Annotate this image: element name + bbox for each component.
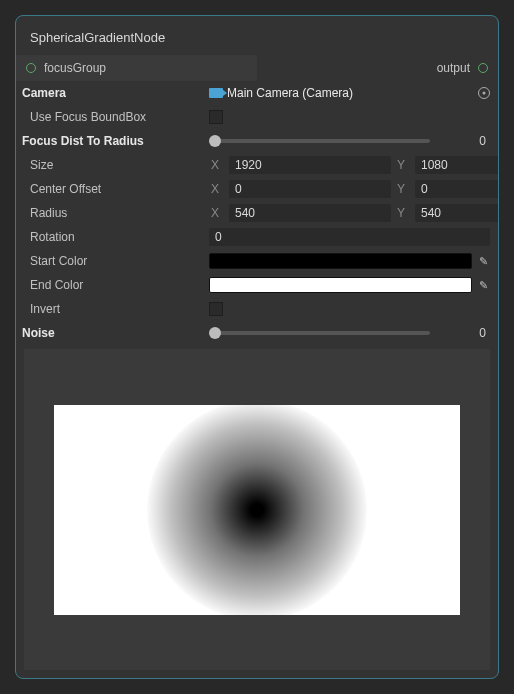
invert-label: Invert xyxy=(16,302,209,316)
port-dot-icon xyxy=(26,63,36,73)
preview-canvas xyxy=(54,405,460,615)
use-bbox-row: Use Focus BoundBox xyxy=(16,105,490,129)
axis-x-label: X xyxy=(209,206,225,220)
camera-field[interactable]: Main Camera (Camera) xyxy=(209,86,490,100)
noise-label: Noise xyxy=(16,326,209,340)
use-bbox-label: Use Focus BoundBox xyxy=(16,110,209,124)
camera-icon xyxy=(209,88,223,98)
camera-label: Camera xyxy=(16,86,209,100)
input-port[interactable]: focusGroup xyxy=(16,55,257,81)
output-port-label: output xyxy=(437,61,470,75)
size-y-input[interactable] xyxy=(415,156,499,174)
radius-label: Radius xyxy=(16,206,209,220)
noise-row: Noise 0 xyxy=(16,321,490,345)
gradient-preview-icon xyxy=(147,405,367,615)
object-picker-icon[interactable] xyxy=(478,87,490,99)
focus-dist-value[interactable]: 0 xyxy=(438,134,490,148)
rotation-row: Rotation xyxy=(16,225,490,249)
camera-value: Main Camera (Camera) xyxy=(227,86,474,100)
rotation-input[interactable] xyxy=(209,228,490,246)
end-color-swatch[interactable] xyxy=(209,277,472,293)
slider-handle-icon[interactable] xyxy=(209,135,221,147)
focus-dist-label: Focus Dist To Radius xyxy=(16,134,209,148)
size-label: Size xyxy=(16,158,209,172)
camera-row: Camera Main Camera (Camera) xyxy=(16,81,490,105)
axis-y-label: Y xyxy=(395,206,411,220)
eyedropper-icon[interactable]: ✎ xyxy=(476,278,490,292)
noise-value[interactable]: 0 xyxy=(438,326,490,340)
invert-row: Invert xyxy=(16,297,490,321)
end-color-label: End Color xyxy=(16,278,209,292)
eyedropper-icon[interactable]: ✎ xyxy=(476,254,490,268)
use-bbox-checkbox[interactable] xyxy=(209,110,223,124)
invert-checkbox[interactable] xyxy=(209,302,223,316)
node-panel: SphericalGradientNode focusGroup output … xyxy=(15,15,499,679)
size-row: Size X Y xyxy=(16,153,490,177)
axis-y-label: Y xyxy=(395,182,411,196)
axis-x-label: X xyxy=(209,158,225,172)
rotation-label: Rotation xyxy=(16,230,209,244)
noise-slider[interactable] xyxy=(209,331,430,335)
port-dot-icon xyxy=(478,63,488,73)
properties-panel: Camera Main Camera (Camera) Use Focus Bo… xyxy=(16,81,498,345)
node-title: SphericalGradientNode xyxy=(16,16,498,55)
end-color-row: End Color ✎ xyxy=(16,273,490,297)
start-color-swatch[interactable] xyxy=(209,253,472,269)
output-port[interactable]: output xyxy=(257,55,498,81)
focus-dist-row: Focus Dist To Radius 0 xyxy=(16,129,490,153)
radius-y-input[interactable] xyxy=(415,204,499,222)
center-offset-row: Center Offset X Y xyxy=(16,177,490,201)
center-offset-label: Center Offset xyxy=(16,182,209,196)
radius-row: Radius X Y xyxy=(16,201,490,225)
slider-handle-icon[interactable] xyxy=(209,327,221,339)
start-color-label: Start Color xyxy=(16,254,209,268)
radius-x-input[interactable] xyxy=(229,204,391,222)
center-y-input[interactable] xyxy=(415,180,499,198)
center-x-input[interactable] xyxy=(229,180,391,198)
size-x-input[interactable] xyxy=(229,156,391,174)
axis-y-label: Y xyxy=(395,158,411,172)
ports-row: focusGroup output xyxy=(16,55,498,81)
preview-area xyxy=(24,349,490,670)
start-color-row: Start Color ✎ xyxy=(16,249,490,273)
axis-x-label: X xyxy=(209,182,225,196)
input-port-label: focusGroup xyxy=(44,61,106,75)
focus-dist-slider[interactable] xyxy=(209,139,430,143)
